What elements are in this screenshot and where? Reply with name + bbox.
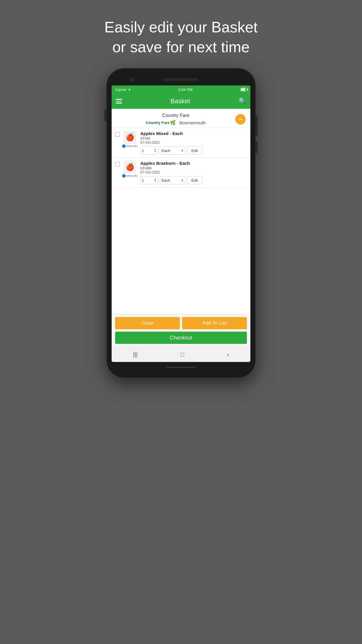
hamburger-line-1: [116, 99, 122, 100]
product-image-2: 🍎: [124, 161, 136, 174]
content-spacer: [112, 221, 250, 314]
product-date-1: 07-Oct-2022: [140, 141, 247, 145]
phone-shell: Carrier ▾ 5:04 PM Basket 🔍 Country F: [107, 69, 255, 378]
info-icon-2: i: [122, 174, 126, 178]
hamburger-line-2: [116, 101, 122, 102]
status-bar: Carrier ▾ 5:04 PM: [112, 85, 250, 94]
product-image-1: 🍎: [124, 131, 136, 144]
add-to-list-button[interactable]: Add To List: [182, 317, 247, 329]
qty-down-1[interactable]: ▼: [154, 150, 157, 153]
qty-down-2[interactable]: ▼: [154, 180, 157, 183]
volume-button-right: [255, 141, 258, 153]
battery-icon: [240, 88, 247, 91]
phone-screen: Carrier ▾ 5:04 PM Basket 🔍 Country F: [112, 85, 250, 362]
battery-fill: [241, 88, 245, 91]
product-image-area-2: 🍎 i More Info.: [122, 161, 138, 178]
header-title: Basket: [171, 97, 190, 105]
product-details-2: Apples Braeburn - Each EFABB 07-Oct-2022…: [140, 161, 247, 184]
checkout-button[interactable]: Checkout: [115, 332, 247, 344]
more-info-label-2: More Info.: [126, 174, 138, 177]
status-time: 5:04 PM: [131, 88, 240, 92]
store-logo: Country Fare 🌿: [146, 120, 176, 125]
store-logo-leaf: 🌿: [170, 120, 176, 125]
phone-speaker: [164, 78, 198, 81]
phone-bottom: [166, 362, 196, 372]
phone-top-bar: [112, 74, 250, 85]
store-name: Country Fare: [162, 113, 189, 118]
power-button-right: [255, 115, 258, 136]
product-code-2: EFABB: [140, 166, 247, 170]
product-row-top: 🍎 i More Info. Apples Mixed - Each EFAM …: [115, 131, 247, 155]
recent-apps-icon[interactable]: |||: [133, 351, 138, 358]
quantity-stepper-1[interactable]: 1 ▲ ▼: [140, 146, 158, 155]
qty-value-1: 1: [142, 148, 144, 153]
qty-arrows-2: ▲ ▼: [154, 178, 157, 183]
unit-arrow-2: ⬍: [181, 179, 183, 182]
wifi-icon: ▾: [129, 88, 131, 92]
store-location: Bournemouth: [179, 120, 205, 125]
product-image-area-1: 🍎 i More Info.: [122, 131, 138, 148]
store-logo-location: Country Fare 🌿 Bournemouth: [146, 120, 206, 125]
back-icon[interactable]: ‹: [227, 351, 229, 358]
store-section: Country Fare Country Fare 🌿 Bournemouth …: [112, 109, 250, 128]
unit-select-2[interactable]: Each ⬍: [160, 176, 185, 184]
status-bar-left: Carrier ▾: [115, 88, 131, 92]
bottom-nav: ||| □ ‹: [112, 347, 250, 362]
product-name-2: Apples Braeburn - Each: [140, 161, 247, 166]
store-logo-text: Country Fare: [146, 120, 170, 125]
unit-select-1[interactable]: Each ⬍: [160, 146, 185, 155]
home-indicator: [166, 367, 196, 368]
qty-arrows-1: ▲ ▼: [154, 148, 157, 153]
more-info-badge-2[interactable]: i More Info.: [122, 174, 138, 178]
product-name-1: Apples Mixed - Each: [140, 131, 247, 136]
edit-button-1[interactable]: Edit: [187, 146, 202, 155]
page-title: Easily edit your Basket or save for next…: [104, 18, 258, 57]
more-info-label-1: More Info.: [126, 145, 138, 148]
product-controls-2: 1 ▲ ▼ Each ⬍ Edit: [140, 176, 247, 184]
front-camera: [129, 78, 133, 82]
product-date-2: 07-Oct-2022: [140, 170, 247, 174]
unit-value-1: Each: [162, 148, 171, 153]
unit-arrow-1: ⬍: [181, 149, 183, 152]
qty-value-2: 1: [142, 178, 144, 183]
footer-area: Clear Add To List Checkout: [112, 314, 250, 347]
product-details-1: Apples Mixed - Each EFAM 07-Oct-2022 1 ▲…: [140, 131, 247, 155]
search-icon[interactable]: 🔍: [238, 97, 246, 105]
content-area: Country Fare Country Fare 🌿 Bournemouth …: [112, 109, 250, 314]
edit-button-2[interactable]: Edit: [187, 176, 202, 184]
quantity-stepper-2[interactable]: 1 ▲ ▼: [140, 176, 158, 184]
hamburger-line-3: [116, 103, 122, 104]
product-controls-1: 1 ▲ ▼ Each ⬍ Edit: [140, 146, 247, 155]
product-row-top: 🍎 i More Info. Apples Braeburn - Each EF…: [115, 161, 247, 184]
list-item: 🍎 i More Info. Apples Braeburn - Each EF…: [112, 158, 250, 188]
volume-button-left: [104, 109, 107, 121]
product-checkbox-1[interactable]: [115, 132, 120, 137]
store-info: Country Fare Country Fare 🌿 Bournemouth: [116, 113, 235, 125]
app-header: Basket 🔍: [112, 94, 250, 109]
hamburger-menu-icon[interactable]: [116, 99, 122, 104]
list-item: 🍎 i More Info. Apples Mixed - Each EFAM …: [112, 128, 250, 158]
clear-button[interactable]: Clear: [115, 317, 180, 329]
home-icon[interactable]: □: [180, 351, 184, 358]
carrier-label: Carrier: [115, 88, 127, 92]
info-icon-1: i: [122, 144, 126, 148]
more-info-badge-1[interactable]: i More Info.: [122, 144, 138, 148]
product-checkbox-2[interactable]: [115, 162, 120, 167]
footer-row1: Clear Add To List: [115, 317, 247, 329]
unit-value-2: Each: [162, 178, 171, 183]
product-code-1: EFAM: [140, 136, 247, 141]
remove-store-button[interactable]: −: [235, 114, 246, 125]
product-list: 🍎 i More Info. Apples Mixed - Each EFAM …: [112, 128, 250, 221]
